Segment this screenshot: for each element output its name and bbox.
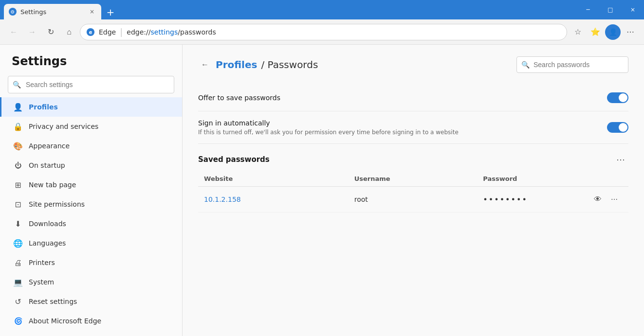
sidebar-item-label-reset: Reset settings (29, 298, 77, 305)
sidebar: Settings 🔍 👤 Profiles 🔒 Privacy and serv… (0, 45, 183, 336)
more-dots-icon: ⋯ (616, 154, 626, 165)
sidebar-item-profiles[interactable]: 👤 Profiles (0, 97, 182, 117)
address-url: edge://settings/passwords (127, 28, 216, 36)
profile-avatar[interactable]: 👤 (605, 24, 621, 40)
sidebar-item-label-newtab: New tab page (29, 181, 76, 189)
address-divider: | (120, 27, 123, 37)
sidebar-item-printers[interactable]: 🖨 Printers (0, 253, 182, 272)
search-settings-container: 🔍 (8, 76, 174, 93)
sign-in-auto-row: Sign in automatically If this is turned … (198, 111, 628, 144)
navbar: ← → ↻ ⌂ e Edge | edge://settings/passwor… (0, 19, 644, 45)
sidebar-item-label-appearance: Appearance (29, 142, 70, 150)
settings-tab[interactable]: ⚙ Settings × (4, 4, 101, 19)
sitepermissions-icon: ⊡ (13, 199, 23, 209)
sidebar-item-startup[interactable]: ⏻ On startup (0, 156, 182, 175)
offer-save-toggle[interactable] (607, 92, 628, 103)
sign-in-slider (607, 122, 628, 133)
passwords-table-body: 10.1.2.158 root •••••••• 👁 (198, 187, 628, 212)
offer-save-label: Offer to save passwords (198, 94, 607, 102)
menu-button[interactable]: ⋯ (623, 24, 638, 40)
sidebar-item-languages[interactable]: 🌐 Languages (0, 233, 182, 253)
home-icon: ⌂ (67, 28, 72, 36)
back-icon: ← (10, 28, 18, 36)
table-header: Website Username Password (198, 171, 628, 187)
col-username: Username (349, 171, 478, 187)
table-cell-username: root (349, 187, 478, 212)
settings-title: Settings (0, 54, 182, 76)
username-value: root (354, 195, 368, 203)
appearance-icon: 🎨 (13, 141, 23, 151)
reveal-password-button[interactable]: 👁 (590, 192, 605, 207)
reset-icon: ↺ (13, 297, 23, 306)
menu-icon: ⋯ (626, 27, 634, 36)
sidebar-item-about[interactable]: 🌀 About Microsoft Edge (0, 311, 182, 331)
website-link[interactable]: 10.1.2.158 (204, 195, 241, 203)
table-cell-actions: 👁 ⋯ (585, 187, 628, 212)
offer-save-slider (607, 92, 628, 103)
home-button[interactable]: ⌂ (61, 24, 77, 40)
table-cell-website: 10.1.2.158 (198, 187, 349, 212)
sidebar-item-system[interactable]: 💻 System (0, 272, 182, 292)
sidebar-item-label-printers: Printers (29, 259, 55, 266)
search-passwords-input[interactable] (516, 56, 628, 73)
languages-icon: 🌐 (13, 238, 23, 248)
tab-title: Settings (20, 8, 46, 16)
close-window-button[interactable]: × (622, 0, 644, 19)
maximize-button[interactable]: □ (599, 0, 622, 19)
svg-text:e: e (89, 29, 92, 35)
sidebar-item-label-profiles: Profiles (29, 103, 58, 111)
new-tab-button[interactable]: + (103, 5, 118, 19)
tab-strip: ⚙ Settings × + (4, 0, 577, 19)
refresh-icon: ↻ (48, 27, 54, 36)
password-row-more-button[interactable]: ⋯ (607, 192, 623, 207)
refresh-button[interactable]: ↻ (43, 24, 58, 40)
nav-icons: ☆ ⭐ 👤 ⋯ (570, 24, 638, 40)
offer-save-label-group: Offer to save passwords (198, 94, 607, 102)
breadcrumb-profiles-link[interactable]: Profiles (216, 59, 257, 71)
downloads-icon: ⬇ (13, 219, 23, 229)
password-actions: 👁 ⋯ (590, 192, 623, 207)
edge-logo-icon: e (86, 28, 95, 36)
password-dots: •••••••• (483, 195, 528, 204)
search-settings-input[interactable] (8, 76, 174, 93)
sign-in-toggle[interactable] (607, 122, 628, 133)
address-browser-name: Edge (99, 28, 116, 36)
forward-button[interactable]: → (24, 24, 40, 40)
about-icon: 🌀 (13, 316, 23, 326)
passwords-table: Website Username Password 10.1.2.158 roo… (198, 171, 628, 212)
system-icon: 💻 (13, 277, 23, 287)
sidebar-item-sitepermissions[interactable]: ⊡ Site permissions (0, 195, 182, 214)
table-cell-password: •••••••• (477, 187, 585, 212)
sidebar-item-label-languages: Languages (29, 239, 66, 247)
row-more-icon: ⋯ (611, 195, 618, 203)
sidebar-item-privacy[interactable]: 🔒 Privacy and services (0, 117, 182, 136)
back-button[interactable]: ← (6, 24, 21, 40)
printers-icon: 🖨 (13, 258, 23, 267)
breadcrumb: ← Profiles / Passwords 🔍 (198, 56, 628, 73)
minimize-button[interactable]: ─ (577, 0, 599, 19)
sidebar-item-label-privacy: Privacy and services (29, 123, 98, 130)
sidebar-item-appearance[interactable]: 🎨 Appearance (0, 136, 182, 156)
tab-close-button[interactable]: × (88, 7, 96, 16)
collections-button[interactable]: ⭐ (588, 24, 603, 40)
sidebar-item-reset[interactable]: ↺ Reset settings (0, 292, 182, 311)
forward-icon: → (28, 28, 36, 36)
breadcrumb-back-button[interactable]: ← (198, 58, 212, 71)
sidebar-item-label-system: System (29, 278, 54, 286)
col-actions (585, 171, 628, 187)
address-bar[interactable]: e Edge | edge://settings/passwords (80, 24, 567, 40)
offer-save-passwords-row: Offer to save passwords (198, 85, 628, 111)
saved-passwords-more-button[interactable]: ⋯ (613, 152, 628, 167)
favorite-button[interactable]: ☆ (570, 24, 586, 40)
col-website: Website (198, 171, 349, 187)
sidebar-item-label-about: About Microsoft Edge (29, 317, 101, 325)
tab-favicon: ⚙ (9, 8, 17, 16)
sidebar-item-label-startup: On startup (29, 161, 65, 169)
back-arrow-icon: ← (201, 60, 209, 69)
sign-in-sublabel: If this is turned off, we'll ask you for… (198, 129, 607, 136)
sidebar-item-label-sitepermissions: Site permissions (29, 200, 85, 208)
sidebar-item-downloads[interactable]: ⬇ Downloads (0, 214, 182, 233)
saved-passwords-title: Saved passwords (198, 155, 613, 164)
sidebar-item-newtab[interactable]: ⊞ New tab page (0, 175, 182, 195)
content-area: ← Profiles / Passwords 🔍 Offer to save p… (183, 45, 644, 336)
